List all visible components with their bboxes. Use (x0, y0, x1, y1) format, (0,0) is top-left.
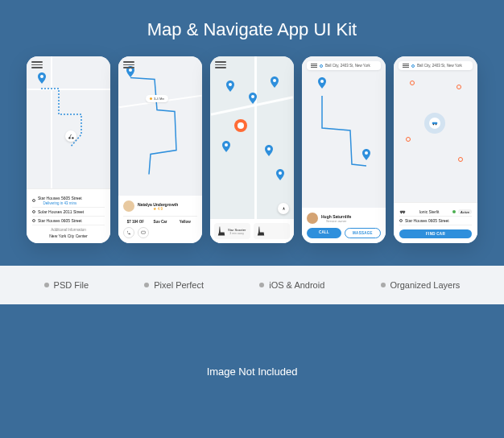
features-bar: PSD File Pixel Perfect iOS & Android Org… (0, 266, 504, 304)
city-text: New York City Center (32, 233, 105, 238)
user-location-icon (234, 119, 247, 132)
page-title: Map & Navigate App UI Kit (16, 19, 488, 40)
svg-point-5 (229, 83, 232, 86)
address-text: Solar Houses 2011 Street (38, 209, 84, 214)
status-badge: Active (458, 209, 472, 214)
search-text: Ball City, 2403 St, New York (325, 64, 370, 68)
scooter-icon (256, 225, 266, 237)
marker-icon (458, 157, 463, 162)
pin-icon[interactable] (276, 169, 284, 180)
pin-icon[interactable] (271, 76, 279, 88)
menu-icon[interactable] (123, 61, 134, 69)
avatar (307, 213, 318, 224)
pin-icon[interactable] (265, 145, 273, 156)
rating: ★ 4.9 (138, 207, 178, 211)
map-3[interactable]: Star Scooter 3 min away (210, 56, 294, 243)
scooter-icon (217, 225, 226, 237)
feature-label: PSD File (54, 280, 89, 290)
phone-screen-2: 3-4 Min Natalya Undergrowth ★ 4.9 $7 194… (118, 56, 202, 243)
pin-icon (362, 149, 370, 160)
feature-item: Pixel Perfect (144, 280, 204, 290)
pin-icon (318, 77, 326, 89)
car-row[interactable]: Ionic Sterlit Active (399, 208, 472, 217)
phone-row: Star Houses 5605 Street Delivering in 43… (16, 56, 488, 243)
eta-chip: 3-4 Min (146, 95, 168, 102)
driver-role: Service owner (321, 219, 351, 223)
marker-icon (410, 81, 415, 85)
menu-icon[interactable] (403, 64, 409, 68)
svg-point-14 (433, 124, 435, 126)
svg-point-17 (401, 213, 403, 214)
location-dot-icon (411, 64, 415, 68)
address-row[interactable]: Star Houses 5605 Street Delivering in 43… (32, 194, 105, 208)
address-card: Star Houses 5605 Street Delivering in 43… (27, 188, 110, 243)
bullet-icon (44, 283, 49, 287)
phone-screen-3: Star Scooter 3 min away (210, 56, 294, 243)
pin-icon[interactable] (222, 141, 230, 152)
message-button[interactable]: MASSAGE (345, 228, 381, 238)
pin-icon[interactable] (249, 93, 257, 104)
pin-icon[interactable] (226, 81, 234, 92)
svg-point-8 (225, 143, 228, 147)
svg-point-6 (251, 95, 254, 98)
menu-icon[interactable] (311, 64, 317, 68)
address-row[interactable]: Solar Houses 2011 Street (32, 208, 105, 217)
waypoint-dot-icon (32, 210, 35, 213)
scooter-marker-icon (65, 130, 76, 142)
stat-value: Suv Car (148, 220, 173, 224)
origin-dot-icon (32, 199, 35, 202)
svg-rect-4 (142, 231, 146, 233)
search-bar[interactable]: Ball City, 2403 St, New York (307, 61, 381, 70)
scooter-option[interactable] (254, 223, 290, 239)
address-row[interactable]: Star Houses 0605 Street (32, 217, 105, 225)
driver-card: Hugh Saturnlife Service owner CALL MASSA… (302, 208, 386, 243)
hero-section: Map & Navigate App UI Kit (0, 0, 504, 266)
address-text: Star Houses 0605 Street (38, 218, 82, 223)
footer: Image Not Included (0, 304, 504, 438)
eta-text: 3-4 Min (154, 97, 164, 101)
map-4[interactable]: Ball City, 2403 St, New York (302, 56, 386, 208)
pin-icon (38, 72, 46, 84)
driver-name: Natalya Undergrowth (138, 202, 178, 207)
car-icon (432, 121, 438, 126)
stat-value: Yellow (172, 220, 197, 224)
svg-point-10 (279, 171, 282, 175)
scooter-option[interactable]: Star Scooter 3 min away (214, 223, 250, 239)
find-car-button[interactable]: FIND CAR (399, 229, 472, 238)
dest-dot-icon (399, 219, 403, 222)
car-marker (424, 113, 445, 134)
svg-point-15 (436, 124, 437, 126)
svg-rect-13 (432, 122, 437, 124)
map-2[interactable]: 3-4 Min (118, 56, 202, 196)
bullet-icon (259, 283, 264, 287)
menu-icon[interactable] (31, 61, 43, 69)
phone-screen-4: Ball City, 2403 St, New York Hugh Saturn… (302, 56, 386, 243)
menu-icon[interactable] (215, 61, 226, 69)
stat-value: $7 194 OF (123, 220, 148, 224)
address-text: Star Houses 5605 Street (38, 196, 82, 200)
call-icon[interactable] (123, 227, 134, 238)
chat-icon[interactable] (138, 227, 149, 238)
svg-point-18 (403, 213, 405, 214)
search-bar[interactable]: Ball City, 2403 St, New York (399, 61, 473, 70)
avatar (123, 200, 134, 212)
address-row[interactable]: Star Houses 0605 Street (399, 217, 472, 225)
address-text: Star Houses 0605 Street (405, 218, 449, 223)
driver-name: Hugh Saturnlife (321, 214, 351, 219)
footer-text: Image Not Included (207, 366, 298, 378)
phone-screen-5: Ball City, 2403 St, New York Ionic Sterl… (394, 56, 477, 243)
dest-dot-icon (32, 219, 35, 222)
compass-button[interactable] (278, 203, 289, 214)
map-5[interactable]: Ball City, 2403 St, New York (394, 56, 477, 202)
search-text: Ball City, 2403 St, New York (417, 64, 462, 68)
additional-label: Additional Information (32, 228, 105, 232)
map-1[interactable] (27, 56, 110, 188)
delivery-text: Delivering in 43 mins (38, 201, 82, 205)
feature-label: iOS & Android (269, 280, 324, 290)
svg-point-7 (273, 79, 276, 82)
svg-point-9 (267, 147, 271, 151)
call-button[interactable]: CALL (307, 228, 341, 238)
svg-rect-16 (400, 211, 405, 213)
location-dot-icon (320, 64, 323, 68)
status-dot-icon (452, 210, 456, 213)
